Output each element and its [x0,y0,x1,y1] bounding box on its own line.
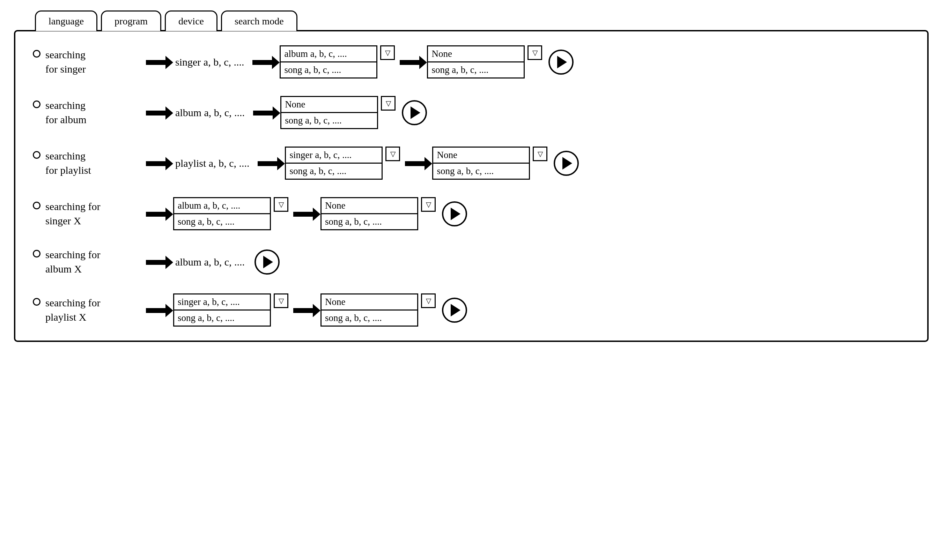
dropdown-widget: Nonesong a, b, c, ....▽ [425,45,542,79]
dropdown-top-row: None [321,198,417,214]
dropdown-widget: singer a, b, c, ....song a, b, c, ....▽ [172,293,288,327]
dropdown-bottom-text: song a, b, c, .... [321,310,417,326]
radio-button[interactable] [33,202,40,209]
dropdown-chevron-button[interactable]: ▽ [421,197,436,212]
chevron-down-icon: ▽ [426,201,431,208]
arrow-icon [405,161,426,166]
radio-button[interactable] [33,151,40,159]
dropdown-chevron-button[interactable]: ▽ [274,197,288,212]
dropdown-top-text: None [431,48,520,59]
flow-text-label: playlist a, b, c, .... [175,157,249,169]
dropdown-top-row: singer a, b, c, .... [286,148,382,164]
arrow-icon [293,308,314,313]
radio-option[interactable]: searching foralbum X [33,248,141,276]
dropdown-box: Nonesong a, b, c, .... [427,45,525,79]
dropdown-top-text: None [437,150,525,160]
tab-language[interactable]: language [35,11,97,31]
dropdown-bottom-text: song a, b, c, .... [433,164,529,179]
dropdown-widget: Nonesong a, b, c, ....▽ [319,293,436,327]
dropdown-bottom-text: song a, b, c, .... [174,310,270,326]
dropdown-top-text: album a, b, c, .... [178,200,266,211]
radio-button[interactable] [33,100,40,108]
dropdown-bottom-text: song a, b, c, .... [281,62,376,77]
radio-label-text: searchingfor playlist [45,149,91,177]
dropdown-bottom-text: song a, b, c, .... [428,62,524,77]
dropdown-box: Nonesong a, b, c, .... [320,293,418,327]
dropdown-chevron-button[interactable]: ▽ [527,45,542,60]
dropdown-widget: album a, b, c, ....song a, b, c, ....▽ [278,45,395,79]
dropdown-box: singer a, b, c, ....song a, b, c, .... [285,147,383,180]
chevron-down-icon: ▽ [538,150,543,157]
play-icon [451,304,461,316]
dropdown-top-row: None [428,46,524,62]
tab-program[interactable]: program [101,11,161,31]
play-button[interactable] [402,100,427,125]
radio-button[interactable] [33,50,40,57]
dropdown-chevron-button[interactable]: ▽ [380,45,395,60]
dropdown-chevron-button[interactable]: ▽ [274,293,288,308]
dropdown-bottom-text: song a, b, c, .... [174,214,270,229]
dropdown-bottom-text: song a, b, c, .... [281,113,377,128]
play-icon [451,208,461,220]
play-button[interactable] [549,49,573,75]
tab-device[interactable]: device [165,11,218,31]
radio-button[interactable] [33,298,40,305]
dropdown-widget: singer a, b, c, ....song a, b, c, ....▽ [283,147,400,180]
dropdown-bottom-text: song a, b, c, .... [321,214,417,229]
dropdown-top-text: None [285,99,374,110]
chevron-down-icon: ▽ [532,49,538,56]
dropdown-box: album a, b, c, ....song a, b, c, .... [173,197,271,230]
arrow-icon [146,212,167,217]
radio-option[interactable]: searchingfor album [33,99,141,127]
radio-label-text: searchingfor album [45,99,86,127]
dropdown-chevron-button[interactable]: ▽ [381,96,396,111]
play-button[interactable] [554,151,579,176]
flow-text-label: singer a, b, c, .... [175,56,244,68]
dropdown-box: Nonesong a, b, c, .... [432,147,530,180]
play-button[interactable] [442,298,467,323]
dropdown-bottom-text: song a, b, c, .... [286,164,382,179]
dropdown-top-row: singer a, b, c, .... [174,295,270,310]
dropdown-widget: Nonesong a, b, c, ....▽ [279,96,396,129]
tab-search-mode[interactable]: search mode [221,11,297,31]
dropdown-top-text: album a, b, c, .... [284,48,373,59]
main-box: searchingfor singersinger a, b, c, ....a… [14,30,929,342]
play-icon [411,106,420,119]
chevron-down-icon: ▽ [278,297,284,304]
dropdown-chevron-button[interactable]: ▽ [533,147,547,161]
arrow-icon [146,308,167,313]
flow-text-label: album a, b, c, .... [175,107,245,119]
radio-label-text: searching foralbum X [45,248,100,276]
dropdown-chevron-button[interactable]: ▽ [385,147,400,161]
radio-label-text: searching forsinger X [45,200,100,228]
radio-option[interactable]: searching forsinger X [33,200,141,228]
dropdown-box: Nonesong a, b, c, .... [280,96,378,129]
play-icon [557,56,567,68]
play-button[interactable] [442,201,467,227]
radio-label-text: searchingfor singer [45,48,86,76]
arrow-icon [258,161,278,166]
dropdown-chevron-button[interactable]: ▽ [421,293,436,308]
arrow-icon [146,161,167,166]
dropdown-top-text: singer a, b, c, .... [178,296,266,307]
dropdown-box: singer a, b, c, ....song a, b, c, .... [173,293,271,327]
dropdown-top-row: album a, b, c, .... [281,46,376,62]
play-button[interactable] [255,250,280,275]
arrow-icon [146,111,167,116]
dropdown-top-text: singer a, b, c, .... [289,150,378,160]
dropdown-top-row: album a, b, c, .... [174,198,270,214]
radio-option[interactable]: searchingfor singer [33,48,141,76]
radio-button[interactable] [33,250,40,258]
dropdown-top-text: None [325,200,414,211]
radio-option[interactable]: searching forplaylist X [33,296,141,324]
chevron-down-icon: ▽ [386,100,391,107]
dropdown-widget: Nonesong a, b, c, ....▽ [431,147,547,180]
dropdown-widget: Nonesong a, b, c, ....▽ [319,197,436,230]
dropdown-top-row: None [281,97,377,113]
flow-text-label: album a, b, c, .... [175,256,245,268]
arrow-icon [146,60,167,65]
arrow-icon [293,212,314,217]
arrow-icon [146,260,167,265]
radio-option[interactable]: searchingfor playlist [33,149,141,177]
play-icon [263,256,273,268]
